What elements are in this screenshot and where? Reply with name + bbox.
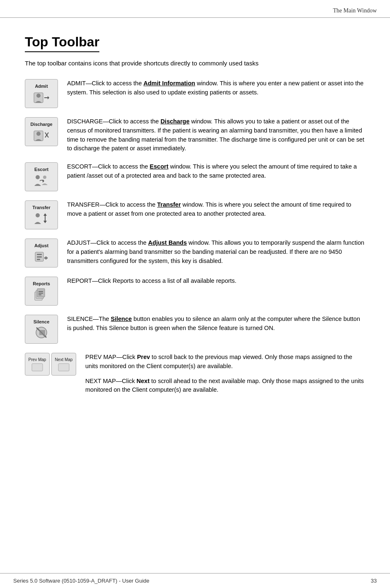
escort-icon [34,174,49,187]
toolbar-adjust: Adjust ADJUST—Click to access the Adjust… [25,239,365,267]
main-content: Top Toolbar The top toolbar contains ico… [0,18,390,429]
silence-text: SILENCE—The Silence button enables you t… [67,315,365,333]
admit-icon [34,90,49,104]
header-title: The Main Window [333,7,377,14]
discharge-text: DISCHARGE—Click to access the Discharge … [67,117,365,153]
svg-point-8 [36,175,40,179]
escort-icon-box: Escort [25,162,58,191]
svg-point-5 [36,132,41,136]
toolbar-discharge: Discharge DISCHARGE—Click to access the … [25,117,365,153]
intro-text: The top toolbar contains icons that prov… [25,60,365,67]
admit-text: ADMIT—Click to access the Admit Informat… [67,79,365,97]
svg-rect-16 [37,254,42,255]
svg-rect-23 [39,293,43,294]
svg-point-9 [43,176,46,179]
adjust-icon-box: Adjust [25,239,58,267]
prev-map-label: Prev Map [29,357,46,362]
toolbar-admit: Admit ADMIT—Click to access the Admit In… [25,79,365,108]
adjust-icon [34,250,49,263]
next-map-text: NEXT MAP—Click Next to scroll ahead to t… [85,377,365,395]
admit-icon-label: Admit [35,84,48,89]
prev-map-text: PREV MAP—Click Prev to scroll back to th… [85,353,365,371]
reports-icon-box: Reports [25,277,58,306]
transfer-icon-label: Transfer [32,205,50,210]
svg-rect-28 [32,364,43,371]
discharge-icon-box: Discharge [25,117,58,146]
escort-bold: Escort [150,163,169,170]
transfer-bold: Transfer [157,201,181,208]
svg-point-1 [36,94,41,98]
svg-marker-13 [43,213,47,216]
next-map-bold: Next [137,378,149,384]
next-map-label: Next Map [55,357,73,362]
toolbar-reports: Reports REPORT—Click Reports to access a… [25,277,365,306]
adjust-text: ADJUST—Click to access the Adjust Bands … [67,239,365,265]
reports-text: REPORT—Click Reports to access a list of… [67,277,365,286]
page-footer: Series 5.0 Software (0510-1059-A_DRAFT) … [0,573,390,588]
svg-rect-24 [39,294,41,295]
svg-rect-17 [37,256,42,258]
silence-bold: Silence [111,316,132,322]
footer-left: Series 5.0 Software (0510-1059-A_DRAFT) … [13,578,149,584]
prev-map-prefix: PREV MAP—Click [85,354,137,360]
escort-prefix: ESCORT—Click to access the [67,163,150,170]
adjust-prefix: ADJUST—Click to access the [67,239,148,246]
transfer-prefix: TRANSFER—Click to access the [67,201,157,208]
svg-rect-22 [39,291,43,292]
prev-map-bold: Prev [137,354,150,360]
reports-icon-label: Reports [33,281,50,286]
map-descriptions: PREV MAP—Click Prev to scroll back to th… [85,353,365,395]
transfer-icon-box: Transfer [25,200,58,229]
silence-icon [34,326,49,339]
silence-prefix: SILENCE—The [67,316,111,322]
section-title: Top Toolbar [25,34,99,52]
discharge-icon-label: Discharge [30,122,52,127]
footer-right: 33 [371,578,377,584]
svg-rect-29 [58,364,69,371]
admit-prefix: ADMIT—Click to access the [67,80,144,87]
toolbar-escort: Escort ESCORT—Click to access the Escort… [25,162,365,191]
next-map-icon [58,363,70,371]
toolbar-silence: Silence SILENCE—The Silence button enabl… [25,315,365,344]
map-icon-pair: Prev Map Next Map [25,353,76,376]
escort-icon-label: Escort [34,167,48,172]
toolbar-maps: Prev Map Next Map PREV MAP—Click Prev to… [25,353,365,395]
page-header: The Main Window [0,0,390,18]
admit-icon-box: Admit [25,79,58,108]
svg-marker-3 [48,96,49,99]
next-map-prefix: NEXT MAP—Click [85,378,137,384]
discharge-bold: Discharge [161,118,190,125]
reports-content: REPORT—Click Reports to access a list of… [67,277,236,284]
svg-marker-14 [43,221,47,223]
admit-bold: Admit Information [144,80,195,87]
prev-map-icon-box: Prev Map [25,353,50,376]
adjust-icon-label: Adjust [34,243,48,248]
adjust-bold: Adjust Bands [148,239,187,246]
transfer-text: TRANSFER—Click to access the Transfer wi… [67,200,365,219]
toolbar-transfer: Transfer TRANSFER—Click to access the Tr… [25,200,365,229]
transfer-icon [34,212,49,225]
svg-rect-18 [37,259,40,260]
silence-icon-label: Silence [34,319,50,324]
reports-icon [34,288,49,301]
escort-text: ESCORT—Click to access the Escort window… [67,162,365,181]
silence-icon-box: Silence [25,315,58,344]
svg-marker-10 [43,179,44,183]
discharge-prefix: DISCHARGE—Click to access the [67,118,161,125]
discharge-icon [34,128,49,142]
next-map-icon-box: Next Map [51,353,76,376]
svg-point-11 [36,213,40,217]
prev-map-icon [31,363,43,371]
